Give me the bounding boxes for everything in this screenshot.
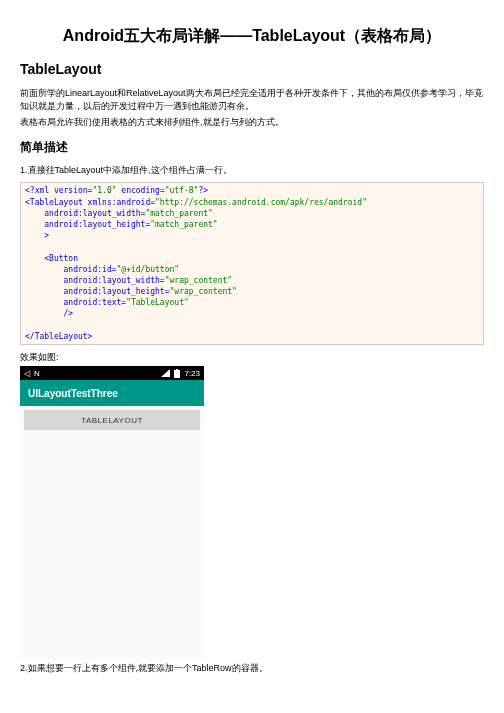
battery-icon	[174, 369, 180, 378]
app-title: UILayoutTestThree	[28, 388, 118, 399]
svg-marker-0	[161, 369, 170, 377]
intro-paragraph-1: 前面所学的LinearLayout和RelativeLayout两大布局已经完全…	[20, 87, 484, 112]
tablelayout-button[interactable]: TABLELAYOUT	[24, 410, 200, 430]
status-time: 7:23	[184, 369, 200, 378]
point-1: 1.直接往TableLayout中添加组件,这个组件占满一行。	[20, 164, 484, 177]
app-body: TABLELAYOUT	[20, 406, 204, 660]
page-title: Android五大布局详解——TableLayout（表格布局）	[20, 26, 484, 47]
subsection-heading: 简单描述	[20, 139, 484, 156]
status-bar: ◁ N 7:23	[20, 366, 204, 380]
app-bar: UILayoutTestThree	[20, 380, 204, 406]
section-heading: TableLayout	[20, 61, 484, 77]
nav-indicator-icon: ◁	[24, 369, 30, 378]
emulator-screenshot: ◁ N 7:23 UILayoutTestThree TABLELAYOUT	[20, 366, 204, 660]
svg-rect-1	[174, 370, 180, 378]
svg-rect-2	[176, 369, 178, 370]
intro-paragraph-2: 表格布局允许我们使用表格的方式来排列组件,就是行与列的方式。	[20, 116, 484, 129]
status-letter: N	[34, 369, 40, 378]
point-2: 2.如果想要一行上有多个组件,就要添加一个TableRow的容器。	[20, 662, 484, 675]
code-block: <?xml version="1.0" encoding="utf-8"?> <…	[20, 182, 484, 345]
signal-icon	[161, 369, 170, 377]
result-label: 效果如图:	[20, 351, 484, 364]
